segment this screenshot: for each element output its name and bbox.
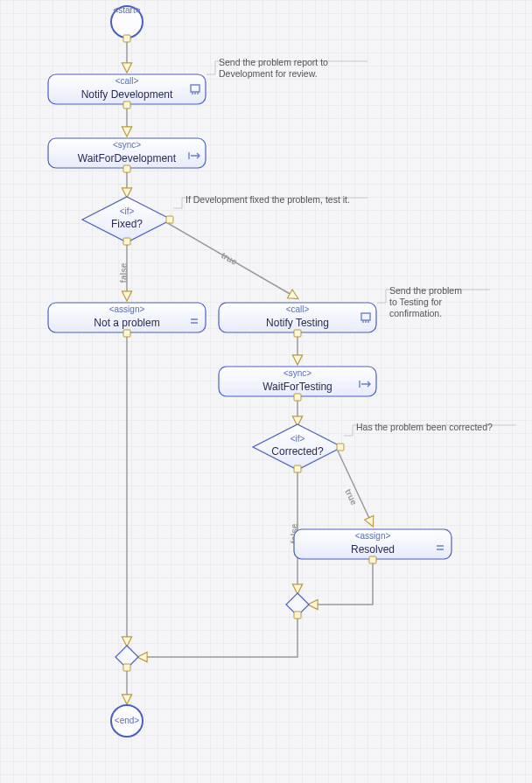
node-stereo: <call> bbox=[286, 304, 310, 314]
node-stereo: <if> bbox=[120, 206, 135, 216]
flow-diagram: false true true false <start> <call> Not… bbox=[0, 0, 532, 783]
node-stereo: <sync> bbox=[113, 140, 141, 150]
node-merge-1[interactable] bbox=[286, 593, 309, 619]
svg-rect-20 bbox=[166, 216, 173, 223]
note-text: If Development fixed the problem, test i… bbox=[186, 194, 350, 205]
node-stereo: <if> bbox=[290, 434, 305, 444]
svg-rect-36 bbox=[123, 664, 130, 671]
svg-rect-27 bbox=[294, 394, 301, 401]
svg-rect-12 bbox=[123, 35, 130, 42]
node-label: WaitForDevelopment bbox=[78, 152, 177, 164]
note-text: Send the problem to Testing for confirma… bbox=[389, 285, 465, 318]
node-not-a-problem[interactable]: <assign> Not a problem bbox=[48, 303, 206, 337]
svg-rect-29 bbox=[294, 465, 301, 472]
node-merge-2[interactable] bbox=[116, 646, 138, 671]
svg-rect-19 bbox=[123, 238, 130, 245]
node-stereo: <assign> bbox=[355, 531, 391, 541]
edge-label-true: true bbox=[220, 250, 239, 267]
svg-rect-17 bbox=[123, 165, 130, 172]
node-notify-development[interactable]: <call> Notify Development Send the probl… bbox=[48, 57, 368, 108]
node-stereo: <call> bbox=[116, 76, 139, 86]
note-text: Send the problem report to Development f… bbox=[219, 57, 331, 79]
node-label: Notify Development bbox=[81, 88, 173, 101]
node-stereo: <end> bbox=[115, 716, 140, 725]
node-fixed-decision[interactable]: <if> Fixed? If Development fixed the pro… bbox=[82, 194, 368, 245]
svg-rect-30 bbox=[337, 444, 344, 451]
node-corrected-decision[interactable]: <if> Corrected? Has the problem been cor… bbox=[253, 422, 516, 472]
svg-rect-25 bbox=[294, 330, 301, 337]
node-notify-testing[interactable]: <call> Notify Testing Send the problem t… bbox=[219, 285, 490, 337]
svg-rect-15 bbox=[123, 101, 130, 108]
svg-line-7 bbox=[336, 447, 373, 526]
node-end[interactable]: <end> bbox=[111, 705, 143, 737]
node-label: Corrected? bbox=[271, 445, 324, 458]
node-resolved[interactable]: <assign> Resolved bbox=[294, 529, 452, 563]
node-label: Resolved bbox=[351, 543, 395, 556]
node-label: Not a problem bbox=[94, 317, 159, 329]
node-stereo: <start> bbox=[113, 5, 140, 15]
node-stereo: <assign> bbox=[109, 304, 145, 314]
node-start[interactable]: <start> bbox=[111, 5, 143, 42]
svg-rect-22 bbox=[123, 330, 130, 337]
node-label: WaitForTesting bbox=[262, 381, 332, 393]
note-text: Has the problem been corrected? bbox=[356, 422, 493, 432]
edge-label-false: false bbox=[119, 262, 129, 283]
node-wait-for-testing[interactable]: <sync> WaitForTesting bbox=[219, 367, 376, 401]
node-wait-for-development[interactable]: <sync> WaitForDevelopment bbox=[48, 138, 206, 172]
svg-rect-34 bbox=[294, 612, 301, 619]
node-stereo: <sync> bbox=[284, 368, 312, 378]
node-label: Notify Testing bbox=[266, 317, 329, 329]
svg-rect-32 bbox=[369, 556, 376, 563]
node-label: Fixed? bbox=[111, 218, 143, 230]
